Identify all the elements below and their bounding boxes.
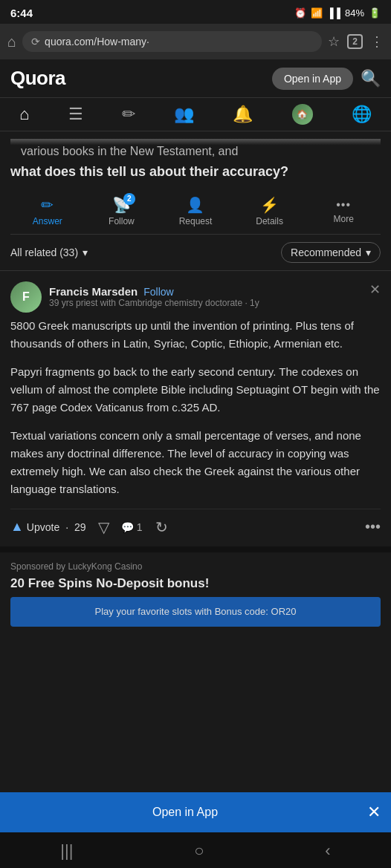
follow-badge: 2 bbox=[123, 193, 135, 205]
sponsored-section: Sponsored by LuckyKong Casino 20 Free Sp… bbox=[0, 552, 391, 636]
answer-paragraph-2: Papyri fragments go back to the early se… bbox=[10, 363, 381, 417]
quora-nav: ⌂ ☰ ✏ 👥 🔔 🏠 🌐 bbox=[0, 98, 391, 131]
filter-all-related[interactable]: All related (33) ▾ bbox=[10, 247, 88, 258]
answer-header: F Francis Marsden Follow 39 yrs priest w… bbox=[10, 281, 381, 313]
wifi-icon: 📶 bbox=[311, 7, 323, 19]
author-meta: Francis Marsden Follow 39 yrs priest wit… bbox=[49, 285, 259, 308]
nav-write-icon[interactable]: ✏ bbox=[122, 105, 135, 124]
author-name-row: Francis Marsden Follow bbox=[49, 285, 259, 298]
browser-more-icon[interactable]: ⋮ bbox=[370, 33, 384, 50]
quora-logo: Quora bbox=[10, 67, 65, 90]
answer-body: 5800 Greek manuscripts up until the inve… bbox=[10, 317, 381, 509]
action-request[interactable]: 👤 Request bbox=[173, 196, 218, 226]
sponsored-label: Sponsored by LuckyKong Casino bbox=[10, 561, 381, 572]
all-related-text: All related (33) bbox=[10, 247, 78, 258]
upvote-button[interactable]: ▲ Upvote · 29 bbox=[10, 519, 86, 535]
status-icons: ⏰ 📶 ▐▐ 84% 🔋 bbox=[294, 7, 381, 19]
question-section: various books in the New Testament, and … bbox=[0, 131, 391, 235]
filter-recommended[interactable]: Recommended ▾ bbox=[281, 242, 381, 263]
author-avatar: F bbox=[10, 281, 42, 313]
battery-icon: 🔋 bbox=[369, 7, 381, 19]
nav-answers-icon[interactable]: ☰ bbox=[68, 105, 83, 124]
follow-label: Follow bbox=[109, 216, 135, 226]
recommended-chevron: ▾ bbox=[366, 247, 371, 258]
sponsored-title: 20 Free Spins No-Deposit bonus! bbox=[10, 576, 381, 591]
downvote-button[interactable]: ▽ bbox=[98, 518, 109, 536]
bottom-navigation: ||| ○ ‹ bbox=[0, 832, 391, 868]
author-description: 39 yrs priest with Cambridge chemistry d… bbox=[49, 298, 259, 308]
recommended-text: Recommended bbox=[291, 247, 361, 258]
details-icon: ⚡ bbox=[260, 196, 279, 214]
filter-bar: All related (33) ▾ Recommended ▾ bbox=[0, 235, 391, 271]
answer-paragraph-1: 5800 Greek manuscripts up until the inve… bbox=[10, 317, 381, 353]
author-info: F Francis Marsden Follow 39 yrs priest w… bbox=[10, 281, 259, 313]
bottom-back-button[interactable]: ‹ bbox=[325, 841, 330, 861]
star-icon[interactable]: ☆ bbox=[328, 33, 340, 50]
quora-header: Quora Open in App 🔍 bbox=[0, 59, 391, 98]
action-answer[interactable]: ✏ Answer bbox=[25, 196, 70, 226]
search-button[interactable]: 🔍 bbox=[361, 69, 381, 88]
browser-home-icon[interactable]: ⌂ bbox=[7, 33, 16, 50]
answer-label: Answer bbox=[33, 216, 62, 226]
all-related-chevron: ▾ bbox=[83, 247, 88, 258]
follow-icon-wrap: 📡 2 bbox=[112, 196, 131, 214]
action-follow[interactable]: 📡 2 Follow bbox=[99, 196, 143, 226]
status-time: 6:44 bbox=[10, 7, 33, 19]
request-icon: 👤 bbox=[186, 196, 204, 214]
close-button[interactable]: ✕ bbox=[369, 281, 381, 298]
signal-icon: ▐▐ bbox=[327, 7, 340, 19]
open-in-app-header-button[interactable]: Open in App bbox=[272, 68, 353, 90]
nav-home-icon[interactable]: ⌂ bbox=[19, 105, 29, 124]
browser-url-icons: ☆ 2 ⋮ bbox=[328, 33, 384, 50]
more-options-button[interactable]: ••• bbox=[365, 518, 381, 535]
tab-badge[interactable]: 2 bbox=[347, 34, 363, 49]
question-partial-text: various books in the New Testament, and bbox=[21, 145, 238, 157]
nav-notifications-icon[interactable]: 🔔 bbox=[233, 105, 253, 124]
quora-header-right: Open in App 🔍 bbox=[272, 68, 381, 90]
sponsored-banner-text: Play your favorite slots with Bonus code… bbox=[95, 606, 297, 617]
action-details[interactable]: ⚡ Details bbox=[248, 196, 292, 226]
request-label: Request bbox=[179, 216, 213, 226]
nav-globe-icon[interactable]: 🌐 bbox=[352, 105, 372, 124]
comment-button[interactable]: 💬 1 bbox=[121, 521, 143, 533]
browser-url-text: quora.com/How-many· bbox=[45, 36, 149, 48]
answer-card: F Francis Marsden Follow 39 yrs priest w… bbox=[0, 271, 391, 546]
open-in-app-banner-label[interactable]: Open in App bbox=[10, 806, 360, 819]
comment-count: 1 bbox=[137, 521, 143, 533]
browser-url-box[interactable]: ⟳ quora.com/How-many· bbox=[22, 31, 322, 52]
author-name[interactable]: Francis Marsden bbox=[49, 285, 138, 298]
nav-community-icon[interactable]: 👥 bbox=[174, 105, 194, 124]
section-divider bbox=[0, 546, 391, 552]
battery-text: 84% bbox=[345, 7, 364, 19]
sponsored-banner[interactable]: Play your favorite slots with Bonus code… bbox=[10, 597, 381, 627]
question-main-text: what does this tell us about their accur… bbox=[10, 160, 381, 180]
upvote-icon: ▲ bbox=[10, 519, 24, 535]
bottom-home-button[interactable]: ○ bbox=[194, 841, 204, 861]
interaction-bar: ▲ Upvote · 29 ▽ 💬 1 ↻ ••• bbox=[10, 509, 381, 546]
upvote-count: 29 bbox=[74, 521, 86, 533]
share-button[interactable]: ↻ bbox=[155, 518, 168, 536]
bottom-menu-icon[interactable]: ||| bbox=[60, 841, 73, 861]
open-in-app-close-button[interactable]: ✕ bbox=[367, 803, 381, 822]
alarm-icon: ⏰ bbox=[294, 7, 306, 19]
action-bar: ✏ Answer 📡 2 Follow 👤 Request ⚡ Details … bbox=[10, 192, 381, 235]
lock-icon: ⟳ bbox=[31, 36, 40, 48]
upvote-dot: · bbox=[65, 521, 68, 533]
more-label: More bbox=[334, 214, 354, 224]
action-more[interactable]: ••• More bbox=[321, 198, 366, 224]
open-in-app-banner[interactable]: Open in App ✕ bbox=[0, 792, 391, 832]
upvote-label: Upvote bbox=[27, 521, 59, 533]
question-partial: various books in the New Testament, and bbox=[10, 139, 381, 160]
more-icon: ••• bbox=[336, 198, 351, 212]
status-bar: 6:44 ⏰ 📶 ▐▐ 84% 🔋 bbox=[0, 0, 391, 24]
author-follow-button[interactable]: Follow bbox=[143, 286, 173, 298]
browser-bar: ⌂ ⟳ quora.com/How-many· ☆ 2 ⋮ bbox=[0, 24, 391, 59]
answer-paragraph-3: Textual variations concern only a small … bbox=[10, 427, 381, 498]
author-avatar-letter: F bbox=[22, 290, 30, 304]
nav-avatar[interactable]: 🏠 bbox=[292, 104, 313, 125]
comment-icon: 💬 bbox=[121, 521, 134, 533]
answer-icon: ✏ bbox=[41, 196, 54, 214]
details-label: Details bbox=[256, 216, 283, 226]
